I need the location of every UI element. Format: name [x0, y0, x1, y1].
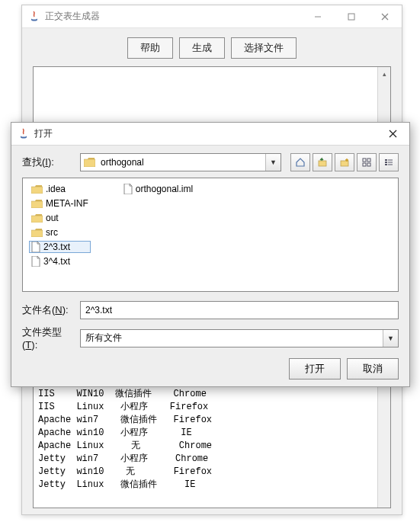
svg-rect-21 [31, 216, 43, 223]
folder-item[interactable]: META-INF [29, 197, 91, 210]
svg-rect-12 [367, 163, 370, 166]
list-view-button[interactable] [357, 153, 377, 171]
scroll-up-arrow-icon[interactable]: ▴ [378, 67, 390, 80]
svg-rect-8 [341, 161, 348, 166]
svg-rect-6 [84, 159, 95, 167]
details-view-button[interactable] [379, 153, 399, 171]
nav-button-group [290, 153, 399, 171]
file-column: orthogonal.iml [121, 183, 195, 287]
window-controls [301, 5, 402, 27]
svg-rect-13 [385, 159, 387, 161]
file-icon [31, 256, 40, 267]
svg-rect-20 [31, 201, 43, 208]
file-item-label: out [46, 213, 59, 223]
chevron-down-icon[interactable]: ▼ [265, 154, 281, 171]
svg-rect-19 [31, 187, 43, 194]
file-column: .ideaMETA-INFoutsrc2^3.txt3^4.txt [29, 183, 91, 287]
file-item[interactable]: 3^4.txt [29, 255, 91, 267]
choose-file-button[interactable]: 选择文件 [231, 37, 297, 59]
file-icon [123, 184, 133, 194]
close-button[interactable] [368, 5, 402, 27]
file-item[interactable]: orthogonal.iml [121, 183, 195, 195]
svg-rect-7 [319, 161, 326, 166]
java-cup-icon [28, 11, 40, 23]
lookin-value: orthogonal [98, 157, 265, 168]
folder-icon [31, 184, 43, 194]
filetype-value: 所有文件 [81, 331, 383, 344]
file-item-label: src [46, 227, 58, 238]
filetype-row: 文件类型(T): 所有文件 ▼ [22, 325, 399, 351]
new-folder-button[interactable] [335, 153, 354, 171]
generate-button[interactable]: 生成 [179, 37, 225, 59]
dialog-body: 查找(I): orthogonal ▼ .ideaMETA-INFoutsrc2… [11, 146, 409, 387]
up-one-level-button[interactable] [313, 153, 332, 171]
lookin-row: 查找(I): orthogonal ▼ [22, 153, 399, 171]
folder-item[interactable]: out [29, 212, 91, 224]
filename-input[interactable] [80, 301, 399, 319]
file-list-pane[interactable]: .ideaMETA-INFoutsrc2^3.txt3^4.txt orthog… [22, 178, 399, 292]
open-file-dialog: 打开 查找(I): orthogonal ▼ .ideaME [11, 122, 410, 387]
file-item[interactable]: 2^3.txt [29, 241, 91, 253]
file-item-label: META-INF [46, 198, 88, 209]
minimize-button[interactable] [301, 5, 335, 27]
folder-icon [81, 158, 98, 167]
cancel-button[interactable]: 取消 [347, 358, 399, 379]
folder-icon [31, 228, 43, 237]
file-icon [31, 242, 40, 252]
svg-rect-11 [363, 163, 366, 166]
main-title: 正交表生成器 [45, 10, 301, 23]
dialog-title: 打开 [34, 127, 376, 140]
filetype-combo[interactable]: 所有文件 ▼ [80, 329, 399, 347]
file-item-label: orthogonal.iml [136, 184, 193, 194]
svg-rect-1 [348, 14, 354, 20]
file-item-label: 2^3.txt [43, 242, 70, 252]
svg-rect-14 [385, 162, 387, 163]
svg-rect-10 [367, 159, 370, 162]
java-cup-icon [18, 128, 30, 140]
main-toolbar: 帮助 生成 选择文件 [22, 28, 402, 65]
chevron-down-icon[interactable]: ▼ [383, 330, 398, 347]
filetype-label: 文件类型(T): [22, 325, 75, 351]
folder-item[interactable]: src [29, 226, 91, 239]
folder-item[interactable]: .idea [29, 183, 91, 195]
filename-label: 文件名(N): [22, 303, 75, 317]
folder-icon [31, 213, 43, 223]
open-button[interactable]: 打开 [289, 358, 341, 379]
dialog-button-row: 打开 取消 [22, 358, 399, 379]
svg-rect-15 [385, 164, 387, 165]
main-titlebar: 正交表生成器 [22, 5, 402, 28]
svg-rect-22 [31, 230, 43, 237]
dialog-titlebar: 打开 [11, 123, 409, 146]
lookin-label: 查找(I): [22, 155, 75, 169]
filename-row: 文件名(N): [22, 301, 399, 319]
svg-rect-9 [363, 159, 366, 162]
home-button[interactable] [290, 153, 310, 171]
lookin-combo[interactable]: orthogonal ▼ [80, 153, 281, 171]
file-item-label: .idea [46, 184, 66, 194]
file-item-label: 3^4.txt [43, 256, 70, 267]
dialog-close-button[interactable] [376, 130, 409, 138]
maximize-button[interactable] [335, 5, 368, 27]
folder-icon [31, 199, 43, 208]
help-button[interactable]: 帮助 [127, 37, 173, 59]
